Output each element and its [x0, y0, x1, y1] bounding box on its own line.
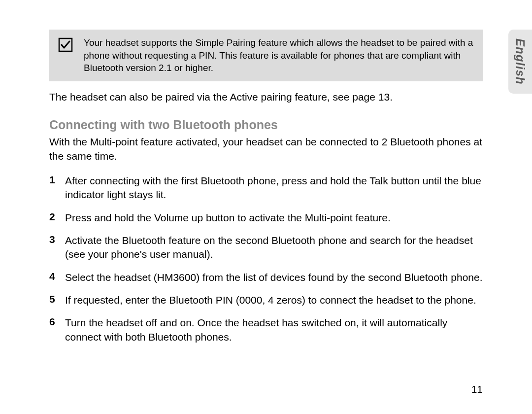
step-number: 3	[49, 234, 65, 245]
info-box: Your headset supports the Simple Pairing…	[49, 30, 483, 81]
step-text: Turn the headset off and on. Once the he…	[65, 316, 483, 344]
step-number: 4	[49, 271, 65, 282]
page-number: 11	[471, 383, 483, 395]
list-item: 1 After connecting with the first Blueto…	[49, 174, 483, 202]
info-text: Your headset supports the Simple Pairing…	[84, 36, 474, 74]
list-item: 6 Turn the headset off and on. Once the …	[49, 316, 483, 344]
step-text: Activate the Bluetooth feature on the se…	[65, 234, 483, 262]
section-heading: Connecting with two Bluetooth phones	[49, 118, 483, 132]
step-number: 1	[49, 174, 65, 186]
step-text: If requested, enter the Bluetooth PIN (0…	[65, 293, 476, 307]
language-tab[interactable]: English	[508, 30, 532, 94]
step-number: 6	[49, 316, 65, 328]
list-item: 2 Press and hold the Volume up button to…	[49, 211, 483, 225]
list-item: 3 Activate the Bluetooth feature on the …	[49, 234, 483, 262]
step-number: 5	[49, 293, 65, 305]
language-tab-label: English	[513, 38, 527, 85]
paragraph: The headset can also be paired via the A…	[49, 90, 483, 104]
step-text: Select the headset (HM3600) from the lis…	[65, 271, 483, 284]
step-text: Press and hold the Volume up button to a…	[65, 211, 391, 225]
steps-list: 1 After connecting with the first Blueto…	[49, 174, 483, 344]
list-item: 5 If requested, enter the Bluetooth PIN …	[49, 293, 483, 307]
section-intro: With the Multi-point feature activated, …	[49, 135, 483, 163]
checkbox-icon	[58, 37, 73, 54]
step-text: After connecting with the first Bluetoot…	[65, 174, 483, 202]
list-item: 4 Select the headset (HM3600) from the l…	[49, 271, 483, 284]
step-number: 2	[49, 211, 65, 223]
